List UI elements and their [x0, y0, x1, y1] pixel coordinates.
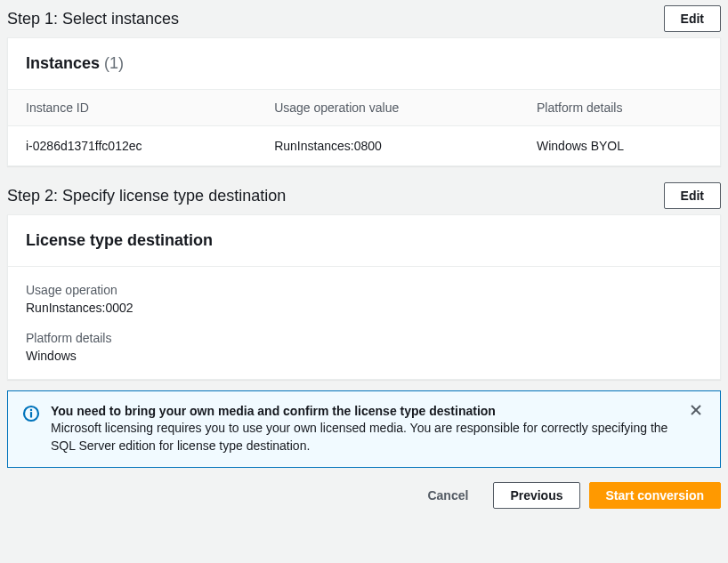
cell-platform: Windows BYOL: [519, 126, 720, 166]
table-header-row: Instance ID Usage operation value Platfo…: [8, 90, 720, 126]
previous-button[interactable]: Previous: [493, 482, 579, 509]
info-close-button[interactable]: [686, 404, 706, 420]
step2-title: Step 2: Specify license type destination: [7, 187, 286, 205]
cell-usage-op: RunInstances:0800: [256, 126, 519, 166]
step2-edit-button[interactable]: Edit: [664, 182, 721, 209]
info-icon: [22, 404, 40, 425]
info-content: You need to bring your own media and con…: [51, 404, 675, 454]
footer-actions: Cancel Previous Start conversion: [0, 468, 728, 518]
platform-value: Windows: [26, 349, 702, 363]
info-title: You need to bring your own media and con…: [51, 404, 675, 418]
instances-count: (1): [104, 54, 124, 72]
table-row: i-0286d1371ffc012ec RunInstances:0800 Wi…: [8, 126, 720, 166]
col-usage-op: Usage operation value: [256, 90, 519, 126]
col-instance-id: Instance ID: [8, 90, 256, 126]
info-text: Microsoft licensing requires you to use …: [51, 420, 675, 454]
col-platform: Platform details: [519, 90, 720, 126]
step1-header: Step 1: Select instances Edit: [0, 0, 728, 37]
usage-op-value: RunInstances:0002: [26, 301, 702, 315]
info-alert: You need to bring your own media and con…: [7, 390, 721, 468]
instances-panel-header: Instances (1): [8, 38, 720, 90]
usage-op-label: Usage operation: [26, 283, 702, 297]
step1-edit-button[interactable]: Edit: [664, 5, 721, 32]
license-panel: License type destination Usage operation…: [7, 214, 721, 380]
instances-table: Instance ID Usage operation value Platfo…: [8, 90, 720, 165]
platform-field: Platform details Windows: [26, 331, 702, 363]
start-conversion-button[interactable]: Start conversion: [589, 482, 721, 509]
instances-panel: Instances (1) Instance ID Usage operatio…: [7, 37, 721, 166]
usage-op-field: Usage operation RunInstances:0002: [26, 283, 702, 315]
instances-panel-title: Instances (1): [26, 54, 124, 72]
instances-title-text: Instances: [26, 54, 100, 72]
close-icon: [690, 404, 702, 416]
step1-title: Step 1: Select instances: [7, 10, 179, 28]
svg-rect-1: [30, 412, 32, 417]
svg-rect-2: [30, 409, 32, 411]
platform-label: Platform details: [26, 331, 702, 345]
license-panel-header: License type destination: [8, 215, 720, 267]
cancel-button[interactable]: Cancel: [411, 483, 484, 508]
license-panel-title: License type destination: [26, 231, 213, 249]
step2-header: Step 2: Specify license type destination…: [0, 177, 728, 214]
license-panel-body: Usage operation RunInstances:0002 Platfo…: [8, 267, 720, 379]
cell-instance-id: i-0286d1371ffc012ec: [8, 126, 256, 166]
